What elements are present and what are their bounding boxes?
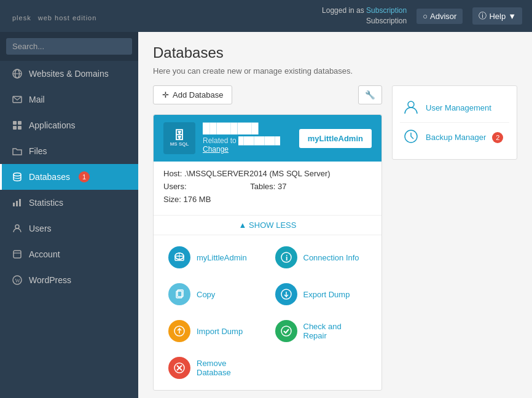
svg-point-8 [14, 173, 21, 176]
toolbar: ✛ Add Database 🔧 [153, 85, 382, 104]
search-box [0, 32, 138, 61]
add-database-button[interactable]: ✛ Add Database [153, 85, 232, 104]
database-type-icon: 🗄 MS SQL [163, 122, 195, 154]
svg-point-29 [281, 326, 291, 336]
db-host-row: Host: .\MSSQLSERVER2014 (MS SQL Server) [163, 169, 372, 178]
user-management-item[interactable]: User Management [400, 93, 509, 123]
svg-point-33 [408, 101, 414, 107]
advisor-button[interactable]: ○ Advisor [417, 9, 463, 24]
user-management-label: User Management [426, 103, 491, 112]
export-dump-label: Export Dump [303, 290, 350, 299]
sidebar-item-users[interactable]: Users [0, 216, 138, 241]
connection-info-icon: i [275, 246, 297, 268]
content-body: ✛ Add Database 🔧 🗄 MS SQL [153, 85, 517, 398]
related-domain-link[interactable]: ████████ [238, 136, 280, 145]
folder-icon [12, 146, 23, 157]
chart-icon [12, 197, 23, 208]
check-repair-label: Check and Repair [303, 322, 367, 340]
database-actions: myLittleAdmin i Connection Info [154, 235, 381, 390]
sidebar-item-mail[interactable]: Mail [0, 87, 138, 112]
export-dump-action[interactable]: Export Dump [270, 279, 372, 309]
database-card-header: 🗄 MS SQL ████████ Related to ████████ Ch… [154, 115, 381, 162]
db-host: Host: .\MSSQLSERVER2014 (MS SQL Server) [163, 169, 331, 178]
connection-info-action[interactable]: i Connection Info [270, 243, 372, 272]
chevron-down-icon: ▼ [508, 12, 516, 21]
sidebar-item-wordpress[interactable]: W WordPress [0, 267, 138, 293]
wrench-icon: 🔧 [365, 90, 375, 99]
svg-rect-7 [18, 126, 22, 130]
myLittleAdmin-action[interactable]: myLittleAdmin [163, 243, 265, 272]
export-dump-icon [275, 283, 297, 305]
svg-rect-9 [13, 203, 15, 206]
backup-manager-label: Backup Manager [426, 133, 486, 142]
myLittleAdmin-header-button[interactable]: myLittleAdmin [299, 129, 372, 148]
chevron-up-icon: ▲ [239, 220, 249, 230]
databases-badge: 1 [79, 171, 90, 182]
logged-in-user[interactable]: Subscription [366, 6, 407, 15]
import-dump-icon [168, 320, 190, 342]
wrench-button[interactable]: 🔧 [358, 85, 382, 104]
sidebar-item-label: Websites & Domains [29, 69, 109, 79]
sidebar-item-databases[interactable]: Databases 1 [0, 164, 138, 190]
db-users-label: Users: [163, 182, 187, 191]
database-info: Host: .\MSSQLSERVER2014 (MS SQL Server) … [154, 162, 381, 216]
copy-action[interactable]: Copy [163, 279, 265, 309]
backup-manager-badge: 2 [492, 132, 503, 143]
import-dump-action[interactable]: Import Dump [163, 316, 265, 346]
svg-point-12 [15, 225, 19, 228]
database-name: ████████ [203, 123, 292, 134]
header: plesk web host edition Logged in as Subs… [0, 0, 532, 32]
logged-in-label: Logged in as Subscription [322, 6, 407, 16]
db-size-row: Size: 176 MB [163, 195, 372, 204]
user-management-icon [402, 98, 420, 117]
svg-rect-6 [13, 126, 17, 130]
db-type-label: MS SQL [170, 141, 189, 147]
sidebar-item-account[interactable]: Account [0, 241, 138, 267]
svg-text:W: W [15, 278, 21, 284]
page-title: Databases [153, 44, 517, 61]
sidebar-item-label: Mail [29, 95, 45, 104]
copy-label: Copy [197, 290, 215, 299]
sidebar-nav: Websites & Domains Mail Applications Fil… [0, 61, 138, 398]
database-name-area: ████████ Related to ████████ Change [203, 123, 292, 154]
sidebar-item-label: Account [29, 249, 60, 259]
sidebar-item-label: Users [29, 224, 52, 233]
connection-info-label: Connection Info [303, 253, 359, 262]
myLittleAdmin-label: myLittleAdmin [197, 253, 247, 262]
header-left: plesk web host edition [10, 8, 96, 24]
content-main: ✛ Add Database 🔧 🗄 MS SQL [153, 85, 382, 398]
sidebar-item-applications[interactable]: Applications [0, 112, 138, 138]
plus-icon: ✛ [162, 90, 169, 99]
sidebar-item-websites[interactable]: Websites & Domains [0, 61, 138, 87]
sidebar-item-label: Statistics [29, 198, 63, 208]
wp-icon: W [12, 275, 23, 286]
advisor-icon: ○ [423, 12, 428, 21]
sidebar-item-statistics[interactable]: Statistics [0, 190, 138, 216]
content-area: Databases Here you can create new or man… [138, 32, 532, 398]
search-input[interactable] [6, 38, 132, 55]
db-stats-row: Users: Tables: 37 [163, 182, 372, 191]
backup-manager-item[interactable]: Backup Manager 2 [400, 123, 509, 152]
help-button[interactable]: ⓘ Help ▼ [472, 7, 522, 25]
sidebar-item-files[interactable]: Files [0, 138, 138, 164]
database-related: Related to ████████ Change [203, 136, 292, 154]
sidebar-item-label: Files [29, 146, 47, 156]
logged-in-info: Logged in as Subscription Subscription [322, 6, 407, 26]
svg-text:i: i [286, 254, 288, 262]
sidebar-item-label: WordPress [29, 275, 71, 285]
remove-database-action[interactable]: RemoveDatabase [163, 353, 265, 383]
sidebar: Websites & Domains Mail Applications Fil… [0, 32, 138, 398]
account-icon [12, 249, 23, 260]
panel-box: User Management Backup Manager 2 [392, 85, 517, 160]
import-dump-label: Import Dump [197, 327, 243, 336]
db-tables: Tables: 37 [250, 182, 286, 191]
header-right: Logged in as Subscription Subscription ○… [322, 6, 522, 26]
main-layout: Websites & Domains Mail Applications Fil… [0, 32, 532, 398]
check-repair-action[interactable]: Check and Repair [270, 316, 372, 346]
remove-database-label: RemoveDatabase [197, 359, 231, 377]
help-icon: ⓘ [479, 10, 487, 21]
svg-rect-4 [13, 121, 17, 125]
svg-rect-11 [19, 199, 21, 206]
show-less-button[interactable]: ▲ SHOW LESS [154, 216, 381, 235]
change-link[interactable]: Change [203, 145, 229, 154]
